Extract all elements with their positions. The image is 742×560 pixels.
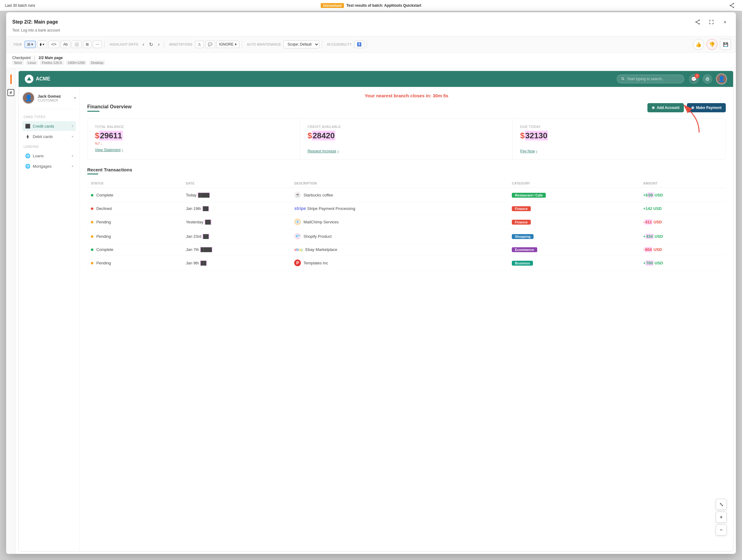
- loans-arrow: ▾: [72, 154, 73, 158]
- view-box-btn[interactable]: ⬜: [72, 41, 82, 48]
- breadcrumb-container: Checkpoint │ 2/2 Main page Strict Linux …: [12, 56, 105, 65]
- status-dot-complete: [91, 194, 93, 197]
- request-increase-link[interactable]: Request Increase ›: [308, 149, 506, 153]
- desc-cell: ebay Ebay Marketplace: [290, 243, 508, 256]
- bank-search-container[interactable]: [617, 75, 684, 83]
- bank-header: ACME 💬 7 ⚙ 👤: [19, 71, 733, 87]
- col-date: DATE: [182, 179, 290, 188]
- zoom-in-btn[interactable]: +: [716, 512, 727, 523]
- expand-view-btn[interactable]: ⤡: [716, 499, 727, 510]
- amount-cell: +434 USD: [639, 229, 726, 243]
- share-modal-button[interactable]: [693, 17, 703, 27]
- notification-button[interactable]: 💬 7: [689, 74, 699, 84]
- view-more-btn[interactable]: ⋯: [93, 41, 102, 48]
- debit-cards-label: Debit cards: [33, 134, 53, 139]
- sidebar-item-mortgages[interactable]: 🌐 Mortgages ▾: [22, 161, 76, 171]
- mailchimp-icon: 📧: [294, 219, 301, 225]
- debit-cards-arrow: ▾: [72, 135, 73, 138]
- stripe-icon: stripe: [294, 206, 306, 211]
- svg-line-3: [731, 4, 733, 5]
- refresh-btn[interactable]: ↻: [147, 41, 155, 48]
- breadcrumb-meta: Strict Linux Firefox 120.0 1600×1200 Des…: [12, 61, 105, 65]
- panel-title-block: Financial Overview: [87, 104, 131, 112]
- alert-annotation-btn[interactable]: ⚠: [195, 41, 204, 48]
- toolbar-feedback: 👍 👎 💾: [693, 39, 731, 50]
- bank-search-input[interactable]: [627, 77, 680, 81]
- view-grid-btn[interactable]: ⊞: [83, 41, 92, 48]
- mortgages-arrow: ▾: [72, 164, 73, 168]
- meta-strict: Strict: [12, 61, 23, 65]
- ignore-annotation-btn[interactable]: IGNORE ▾: [216, 41, 240, 48]
- date-cell: Jan 19th ██: [182, 202, 290, 215]
- status-cell: Declined: [87, 202, 182, 215]
- sidebar-item-credit-cards[interactable]: ⬛ Credit cards ▾: [22, 121, 76, 131]
- sidebar-item-loans[interactable]: 🌐 Loans ▾: [22, 151, 76, 161]
- balance-change: %7 ↓: [95, 142, 293, 145]
- panel-header: Financial Overview ⊕ Add Account: [87, 103, 726, 112]
- credit-card-icon: ⬛: [25, 123, 30, 129]
- prev-diff-btn[interactable]: ‹: [141, 41, 146, 48]
- float-controls: ⤡ + −: [716, 499, 727, 536]
- col-description: DESCRIPTION: [290, 179, 508, 188]
- view-split-btn[interactable]: ⊞ ▾: [24, 41, 36, 48]
- expand-modal-button[interactable]: [706, 17, 716, 27]
- svg-line-12: [624, 79, 625, 80]
- date-cell: Jan 23rd ██: [182, 229, 290, 243]
- category-badge: Finance: [512, 206, 531, 211]
- mortgages-icon: 🌐: [25, 163, 30, 169]
- scope-select[interactable]: Scope: Default: [283, 40, 319, 48]
- share-icon-top[interactable]: [727, 1, 737, 10]
- sidebar-item-debit-cards[interactable]: ⧫ Debit cards ▾: [22, 131, 76, 142]
- col-category: CATEGORY: [508, 179, 639, 188]
- toolbar: VIEW ⊞ ▾ ⧫ ▾ </> Ab ⬜ ⊞ ⋯ HIGHLIGHT DIFF…: [6, 37, 736, 53]
- view-layers-btn[interactable]: ⧫ ▾: [37, 41, 47, 48]
- view-statement-link[interactable]: View Statement ›: [95, 148, 293, 152]
- svg-marker-10: [27, 77, 31, 80]
- add-account-button[interactable]: ⊕ Add Account: [647, 103, 684, 112]
- thumbs-down-btn[interactable]: 👎: [706, 39, 718, 50]
- comment-annotation-btn[interactable]: 💬: [205, 41, 215, 48]
- stat-card-credit: Credit Available $28420 Request Increase…: [300, 119, 513, 159]
- modal-header: Step 2/2: Main page ✕ Test: Log into a b…: [6, 12, 736, 37]
- neq-badge: ≠: [7, 89, 14, 96]
- status-cell: Pending: [87, 256, 182, 270]
- thumbs-up-btn[interactable]: 👍: [693, 39, 704, 50]
- desc-cell: stripe Stripe Payment Processing: [290, 202, 508, 215]
- toolbar-accessibility-group: ACCESSIBILITY ♿: [324, 41, 367, 48]
- view-code-btn[interactable]: </>: [48, 41, 59, 48]
- view-text-btn[interactable]: Ab: [61, 41, 71, 48]
- mortgages-label: Mortgages: [33, 164, 51, 169]
- make-payment-button[interactable]: ⊕ Make Payment: [687, 103, 726, 112]
- loans-icon: 🌐: [25, 153, 30, 159]
- desc-cell: 📧 MailChimp Services: [290, 215, 508, 229]
- credit-cards-label: Credit cards: [33, 124, 54, 128]
- table-row: Complete Jan 7th ████ ebay: [87, 243, 726, 256]
- starbucks-icon: ☕: [294, 191, 301, 198]
- toolbar-view-group: VIEW ⊞ ▾ ⧫ ▾ </> Ab ⬜ ⊞ ⋯: [11, 41, 105, 48]
- close-modal-button[interactable]: ✕: [720, 17, 730, 27]
- zoom-out-btn[interactable]: −: [716, 524, 727, 536]
- breadcrumb-current: 2/2 Main page: [39, 56, 63, 60]
- bank-logo: ACME: [25, 75, 50, 83]
- category-cell: Finance: [508, 202, 639, 215]
- category-badge: Finance: [512, 220, 531, 225]
- user-avatar-header[interactable]: 👤: [716, 73, 727, 85]
- user-name: Jack Gomez: [38, 94, 61, 99]
- settings-button[interactable]: ⚙: [702, 74, 712, 84]
- next-diff-btn[interactable]: ›: [156, 41, 161, 48]
- pay-now-link[interactable]: Pay Now ›: [520, 149, 718, 153]
- status-cell: Pending: [87, 215, 182, 229]
- svg-line-8: [697, 20, 698, 22]
- credit-label: Credit Available: [308, 125, 506, 128]
- category-cell: Shopping: [508, 229, 639, 243]
- credit-value: $28420: [308, 131, 506, 141]
- meta-resolution: 1600×1200: [66, 61, 87, 65]
- modal-title: Step 2/2: Main page: [12, 19, 58, 25]
- accessibility-btn[interactable]: ♿: [354, 41, 364, 48]
- desc-cell: 💎 Shopify Product: [290, 229, 508, 243]
- col-amount: AMOUNT: [639, 179, 726, 188]
- view-label: VIEW: [13, 43, 22, 46]
- bank-logo-icon: [25, 75, 33, 83]
- user-dropdown-arrow[interactable]: ▾: [74, 96, 76, 100]
- save-btn[interactable]: 💾: [720, 39, 731, 50]
